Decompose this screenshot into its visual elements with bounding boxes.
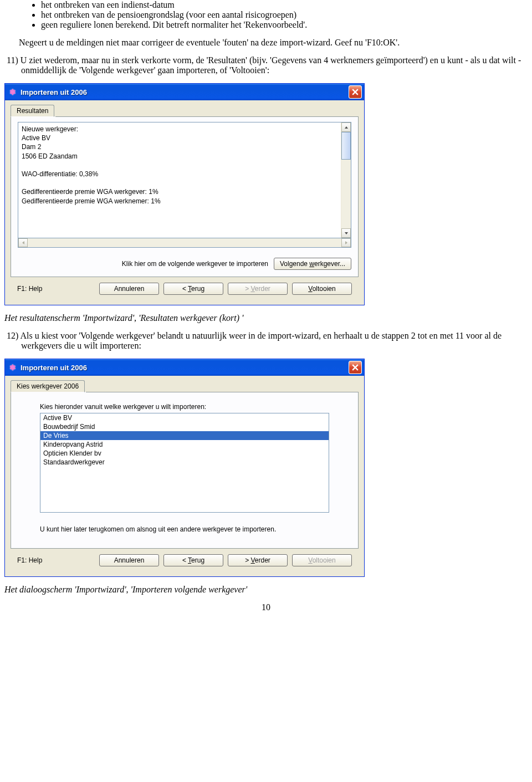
list-item[interactable]: Active BV [40, 413, 329, 422]
dialog-resultaten: ✽ Importeren uit 2006 Resultaten Nieuwe … [4, 83, 365, 305]
list-item[interactable]: De Vries [40, 431, 329, 440]
horizontal-scrollbar[interactable] [18, 238, 351, 248]
window-title: Importeren uit 2006 [21, 88, 349, 96]
dialog-kies-werkgever: ✽ Importeren uit 2006 Kies werkgever 200… [4, 359, 365, 577]
scroll-thumb[interactable] [341, 132, 351, 160]
bullet-item: het ontbreken van de pensioengrondslag (… [41, 10, 530, 20]
app-icon: ✽ [8, 363, 17, 372]
close-icon[interactable] [349, 361, 362, 374]
voltooien-button[interactable]: Voltooien [292, 283, 352, 295]
werkgever-listbox[interactable]: Active BV Bouwbedrijf Smid De Vries Kind… [40, 413, 329, 513]
help-label: F1: Help [17, 556, 95, 564]
voltooien-button: Voltooien [292, 554, 352, 566]
kies-note: U kunt hier later terugkomen om alsnog u… [40, 525, 329, 534]
figure-caption-1: Het resultatenscherm 'Importwizard', 'Re… [4, 313, 530, 323]
vertical-scrollbar[interactable] [341, 122, 351, 238]
paragraph-step-11: 11) U ziet wederom, maar nu in sterk ver… [4, 55, 530, 75]
tab-kies-werkgever[interactable]: Kies werkgever 2006 [11, 380, 85, 392]
window-title: Importeren uit 2006 [21, 364, 349, 372]
verder-button[interactable]: > Verder [228, 554, 288, 566]
kies-label: Kies hieronder vanuit welke werkgever u … [40, 403, 351, 411]
figure-caption-2: Het dialoogscherm 'Importwizard', 'Impor… [4, 585, 530, 595]
verder-button: > Verder [228, 283, 288, 295]
list-item[interactable]: Standaardwerkgever [40, 458, 329, 467]
list-item[interactable]: Opticien Klender bv [40, 449, 329, 458]
paragraph-step-12: 12) Als u kiest voor 'Volgende werkgever… [4, 331, 530, 351]
list-item[interactable]: Bouwbedrijf Smid [40, 422, 329, 431]
close-icon[interactable] [349, 85, 362, 99]
bullet-item: het ontbreken van een indienst-datum [41, 0, 530, 10]
bullet-list: het ontbreken van een indienst-datum het… [2, 0, 530, 30]
tab-panel: Kies hieronder vanuit welke werkgever u … [11, 392, 359, 549]
annuleren-button[interactable]: Annuleren [99, 554, 159, 566]
scroll-up-icon[interactable] [341, 122, 351, 132]
volgende-werkgever-button[interactable]: Volgende werkgever... [274, 258, 351, 270]
tab-panel: Nieuwe werkgever: Active BV Dam 2 1506 E… [11, 116, 359, 277]
results-text: Nieuwe werkgever: Active BV Dam 2 1506 E… [18, 122, 341, 238]
titlebar[interactable]: ✽ Importeren uit 2006 [5, 84, 364, 100]
list-item[interactable]: Kinderopvang Astrid [40, 440, 329, 449]
terug-button[interactable]: < Terug [163, 554, 223, 566]
titlebar[interactable]: ✽ Importeren uit 2006 [5, 359, 364, 376]
help-label: F1: Help [17, 285, 95, 293]
terug-button[interactable]: < Terug [163, 283, 223, 295]
paragraph: Negeert u de meldingen niet maar corrige… [19, 38, 530, 48]
next-werkgever-label: Klik hier om de volgende werkgever te im… [122, 260, 268, 268]
app-icon: ✽ [8, 88, 17, 96]
scroll-left-icon[interactable] [18, 238, 28, 247]
scroll-down-icon[interactable] [341, 228, 351, 238]
scroll-right-icon[interactable] [341, 238, 351, 247]
annuleren-button[interactable]: Annuleren [99, 283, 159, 295]
bullet-item: geen reguliere lonen berekend. Dit betre… [41, 20, 530, 30]
results-textbox[interactable]: Nieuwe werkgever: Active BV Dam 2 1506 E… [18, 122, 351, 238]
page-number: 10 [2, 602, 530, 612]
tab-resultaten[interactable]: Resultaten [11, 105, 54, 117]
